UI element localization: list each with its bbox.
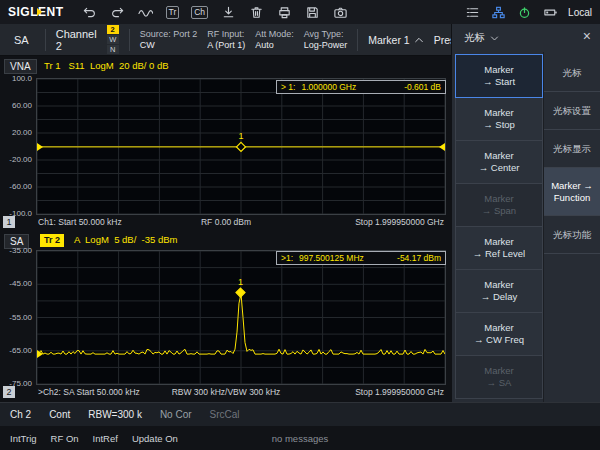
- sa-marker-prefix: >1:: [281, 253, 293, 263]
- status-no-cor: No Cor: [160, 409, 192, 420]
- tab-marker[interactable]: 光标: [544, 54, 600, 92]
- menu-item-line1: Marker: [484, 322, 514, 334]
- vna-footer: 1 Ch1: Start 50.000 kHz RF 0.00 dBm Stop…: [0, 216, 452, 230]
- source-label: Source: Port 2: [140, 29, 198, 40]
- chevron-down-icon: [490, 35, 499, 42]
- vna-marker-prefix: > 1:: [281, 82, 295, 92]
- channel-tool-icon[interactable]: Ch: [191, 6, 208, 19]
- lan-network-icon[interactable]: [490, 4, 506, 20]
- printer-icon[interactable]: [276, 4, 292, 20]
- status-channel: Ch 2: [10, 409, 31, 420]
- avg-type-value: Log-Power: [304, 40, 348, 51]
- channel-label[interactable]: Channel 2: [56, 28, 97, 52]
- sa-trace-badge[interactable]: Tr 2: [40, 234, 64, 247]
- menu-item-line1: Marker: [484, 64, 514, 76]
- tab-marker-setup[interactable]: 光标设置: [544, 92, 600, 130]
- task-list-icon[interactable]: [464, 4, 480, 20]
- undo-icon[interactable]: [82, 4, 98, 20]
- menu-item-line2: → Span: [482, 205, 516, 217]
- tab-marker-function[interactable]: Marker → Function: [544, 168, 600, 216]
- source-field[interactable]: Source: Port 2 CW: [140, 29, 198, 51]
- avg-type-field[interactable]: Avg Type: Log-Power: [304, 29, 348, 51]
- vna-panel-label[interactable]: VNA: [4, 59, 37, 74]
- camera-icon[interactable]: [332, 4, 348, 20]
- vna-rf-power: RF 0.00 dBm: [201, 217, 251, 227]
- vna-marker-level: -0.601 dB: [404, 82, 441, 92]
- status-bar-acquisition: Ch 2 Cont RBW=300 k No Cor SrcCal: [0, 402, 600, 426]
- status-rf-on: RF On: [51, 433, 79, 444]
- menu-title[interactable]: 光标: [464, 31, 499, 45]
- menu-item-line1: Marker: [484, 365, 514, 377]
- sa-trace-info[interactable]: A LogM 5 dB/ -35 dBm: [74, 234, 178, 245]
- local-remote-button[interactable]: Local: [568, 7, 592, 18]
- logo-text: SIGLENT: [8, 5, 64, 19]
- download-arrow-icon[interactable]: [220, 4, 236, 20]
- menu-item-marker-to-span: Marker → Span: [455, 183, 543, 227]
- status-inttrig: IntTrig: [10, 433, 37, 444]
- menu-item-line1: Marker: [484, 193, 514, 205]
- toolbar-separator: [45, 29, 46, 51]
- trace-tool-icon[interactable]: Tr: [166, 6, 180, 19]
- menu-item-marker-to-ref-level[interactable]: Marker → Ref Level: [455, 226, 543, 270]
- menu-item-line1: Marker: [484, 279, 514, 291]
- vna-start-freq: Ch1: Start 50.000 kHz: [38, 217, 122, 227]
- sa-y-label: -45.00: [2, 279, 32, 289]
- menu-item-line1: Marker: [484, 150, 514, 162]
- vna-y-label: 100.0: [2, 74, 32, 84]
- sa-y-label: -65.00: [2, 346, 32, 356]
- menu-item-marker-to-sa: Marker → SA: [455, 355, 543, 399]
- sa-footer: 2 >Ch2: SA Start 50.000 kHz RBW 300 kHz/…: [0, 386, 452, 400]
- svg-text:1: 1: [238, 277, 243, 287]
- menu-item-line2: → Start: [483, 76, 515, 88]
- menu-item-marker-to-center[interactable]: Marker → Center: [455, 140, 543, 184]
- menu-item-marker-to-start[interactable]: Marker → Start: [455, 54, 543, 98]
- status-cont: Cont: [49, 409, 70, 420]
- menu-item-line2: → Delay: [481, 291, 517, 303]
- menu-item-line1: Marker: [484, 236, 514, 248]
- rf-input-field[interactable]: RF Input: A (Port 1): [207, 29, 245, 51]
- menu-title-label: 光标: [464, 31, 485, 45]
- status-message: no messages: [272, 433, 329, 444]
- topbar-right-cluster: Local: [464, 4, 592, 20]
- menu-item-line2: → Stop: [483, 119, 515, 131]
- menu-item-line2: → Center: [479, 162, 520, 174]
- top-toolbar: SIGLENT Tr Ch Local: [0, 0, 600, 24]
- sa-plot[interactable]: 1: [36, 250, 446, 385]
- tab-marker-func-cn[interactable]: 光标功能: [544, 216, 600, 254]
- vna-y-label: 20.00: [2, 128, 32, 138]
- chevron-up-icon: [414, 36, 424, 44]
- sa-start-freq: >Ch2: SA Start 50.000 kHz: [38, 387, 140, 397]
- vna-trace-info[interactable]: Tr 1 S11 LogM 20 dB/ 0 dB: [44, 60, 169, 71]
- marker-dropdown-button[interactable]: Marker 1: [368, 34, 423, 46]
- vna-y-label: -60.00: [2, 182, 32, 192]
- power-status-icon[interactable]: [516, 4, 532, 20]
- sa-plot-svg: 1: [37, 251, 445, 384]
- tab-label: 光标功能: [553, 229, 591, 241]
- avg-type-label: Avg Type:: [304, 29, 348, 40]
- vna-marker-freq: 1.000000 GHz: [301, 82, 356, 92]
- sa-mode-button[interactable]: SA: [8, 32, 35, 48]
- save-icon[interactable]: [304, 4, 320, 20]
- menu-item-line2: → CW Freq: [474, 334, 524, 346]
- marker-dropdown-label: Marker 1: [368, 34, 409, 46]
- vna-plot-svg: 1: [37, 79, 445, 214]
- toolbar-separator: [129, 29, 130, 51]
- tab-marker-display[interactable]: 光标显示: [544, 130, 600, 168]
- tab-label: Marker →: [551, 180, 593, 192]
- menu-item-line2: → Ref Level: [473, 248, 525, 260]
- vna-marker-readout: > 1: 1.000000 GHz -0.601 dB: [276, 80, 446, 94]
- rf-input-value: A (Port 1): [207, 40, 245, 51]
- menu-item-marker-to-stop[interactable]: Marker → Stop: [455, 97, 543, 141]
- menu-item-marker-to-delay[interactable]: Marker → Delay: [455, 269, 543, 313]
- menu-item-marker-to-cw-freq[interactable]: Marker → CW Freq: [455, 312, 543, 356]
- att-mode-field[interactable]: Att Mode: Auto: [255, 29, 294, 51]
- badge-2: 2: [107, 25, 119, 34]
- redo-icon[interactable]: [110, 4, 126, 20]
- vna-plot[interactable]: 1: [36, 78, 446, 215]
- status-intref: IntRef: [93, 433, 118, 444]
- close-icon[interactable]: ×: [583, 28, 591, 44]
- trash-icon[interactable]: [248, 4, 264, 20]
- badge-n: N: [107, 45, 119, 54]
- waveform-icon[interactable]: [138, 4, 154, 20]
- tab-label: 光标显示: [553, 143, 591, 155]
